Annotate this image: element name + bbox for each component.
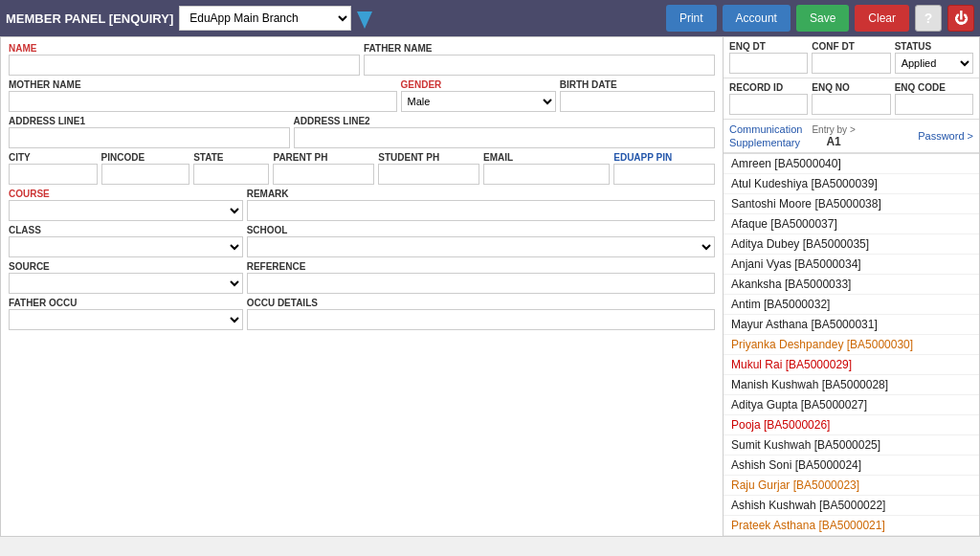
input-conf-dt[interactable] — [812, 53, 890, 74]
field-pincode: PINCODE — [101, 152, 190, 185]
list-item[interactable]: Atul Kudeshiya [BA5000039] — [724, 174, 979, 194]
field-enq-dt: ENQ DT — [729, 41, 808, 74]
list-item[interactable]: Mukul Rai [BA5000029] — [724, 355, 979, 375]
list-item[interactable]: Afaque [BA5000037] — [724, 214, 979, 234]
member-list: Amreen [BA5000040]Atul Kudeshiya [BA5000… — [724, 153, 979, 536]
field-state: STATE — [193, 152, 269, 185]
field-source: SOURCE — [9, 261, 243, 294]
list-item[interactable]: Aditya Dubey [BA5000035] — [724, 234, 979, 255]
label-class: CLASS — [9, 225, 243, 235]
print-button[interactable]: Print — [666, 5, 717, 32]
input-mother-name[interactable] — [9, 91, 397, 112]
list-item[interactable]: Sumit Kushwah [BA5000025] — [724, 435, 979, 456]
input-parent-ph[interactable] — [273, 164, 374, 185]
clear-button[interactable]: Clear — [855, 5, 909, 32]
list-item[interactable]: Ashish Soni [BA5000024] — [724, 456, 979, 476]
list-item[interactable]: Amreen [BA5000040] — [724, 154, 979, 174]
list-item[interactable]: Anjani Vyas [BA5000034] — [724, 255, 979, 275]
form-panel: NAME FATHER NAME MOTHER NAME GENDER Male… — [0, 36, 724, 537]
account-button[interactable]: Account — [723, 5, 791, 32]
label-address1: ADDRESS LINE1 — [9, 116, 290, 126]
select-source[interactable] — [9, 273, 243, 294]
input-enq-code[interactable] — [895, 94, 973, 115]
communication-link[interactable]: Communication — [729, 123, 802, 135]
power-button[interactable]: ⏻ — [947, 5, 974, 32]
entry-block: Entry by > A1 — [812, 124, 855, 148]
label-reference: REFERENCE — [247, 261, 715, 272]
label-enq-code: ENQ CODE — [895, 82, 973, 93]
page-title: MEMBER PANEL [ENQUIRY] — [6, 11, 173, 26]
field-enq-code: ENQ CODE — [895, 82, 973, 115]
label-birth-date: BIRTH DATE — [560, 79, 715, 90]
row-city-etc: CITY PINCODE STATE PARENT PH STUDENT PH … — [9, 152, 715, 185]
field-address2: ADDRESS LINE2 — [294, 116, 715, 148]
list-item[interactable]: Antim [BA5000032] — [724, 295, 979, 315]
right-links-row: Communication Supplementary Entry by > A… — [724, 120, 979, 153]
label-address2: ADDRESS LINE2 — [294, 116, 715, 126]
input-address1[interactable] — [9, 127, 290, 148]
top-bar: MEMBER PANEL [ENQUIRY] EduApp Main Branc… — [0, 0, 980, 36]
field-course: COURSE — [9, 189, 243, 221]
list-item[interactable]: Raju Gurjar [BA5000023] — [724, 476, 979, 496]
list-item[interactable]: Manish Kushwah [BA5000028] — [724, 375, 979, 395]
down-arrow-icon — [357, 11, 372, 29]
field-eduapp-pin: EduApp PIN — [613, 152, 715, 185]
help-button[interactable]: ? — [915, 5, 942, 32]
select-class[interactable] — [9, 236, 243, 257]
list-item[interactable]: Akanksha [BA5000033] — [724, 275, 979, 295]
label-eduapp-pin: EduApp PIN — [613, 152, 715, 163]
label-conf-dt: CONF DT — [812, 41, 890, 52]
input-student-ph[interactable] — [378, 164, 479, 185]
label-mother-name: MOTHER NAME — [9, 79, 397, 90]
field-record-id: RECORD ID — [729, 82, 808, 115]
field-occu-details: OCCU DETAILS — [247, 298, 715, 330]
list-item[interactable]: Ashish Kushwah [BA5000022] — [724, 496, 979, 516]
input-father-name[interactable] — [364, 55, 715, 76]
field-parent-ph: PARENT PH — [273, 152, 374, 185]
input-name[interactable] — [9, 55, 360, 76]
entry-by-label: Entry by > — [812, 124, 855, 135]
select-gender[interactable]: MaleFemaleOther — [401, 91, 556, 112]
supplementary-link[interactable]: Supplementary — [729, 137, 802, 148]
select-father-occu[interactable] — [9, 309, 243, 330]
input-state[interactable] — [193, 164, 269, 185]
list-item[interactable]: Aditya Gupta [BA5000027] — [724, 395, 979, 415]
select-course[interactable] — [9, 200, 243, 221]
list-item[interactable]: Santoshi Moore [BA5000038] — [724, 194, 979, 214]
label-enq-no: ENQ NO — [812, 82, 890, 93]
field-city: CITY — [9, 152, 98, 185]
label-occu-details: OCCU DETAILS — [247, 298, 715, 308]
select-school[interactable] — [247, 236, 715, 257]
input-occu-details[interactable] — [247, 309, 715, 330]
input-enq-dt[interactable] — [729, 53, 808, 74]
list-item[interactable]: Prateek Asthana [BA5000021] — [724, 516, 979, 536]
list-item[interactable]: Pooja [BA5000026] — [724, 415, 979, 435]
label-name: NAME — [9, 43, 360, 54]
select-status[interactable]: AppliedPendingConfirmed — [895, 53, 973, 74]
field-father-name: FATHER NAME — [364, 43, 715, 76]
input-email[interactable] — [483, 164, 610, 185]
field-father-occu: FATHER OCCU — [9, 298, 243, 330]
label-pincode: PINCODE — [101, 152, 190, 163]
input-reference[interactable] — [247, 273, 715, 294]
branch-select[interactable]: EduApp Main Branch — [179, 6, 351, 31]
field-conf-dt: CONF DT — [812, 41, 890, 74]
input-pincode[interactable] — [101, 164, 190, 185]
input-eduapp-pin[interactable] — [613, 164, 715, 185]
save-button[interactable]: Save — [796, 5, 849, 32]
label-father-name: FATHER NAME — [364, 43, 715, 54]
list-item[interactable]: Mayur Asthana [BA5000031] — [724, 315, 979, 335]
row-mother-gender-birth: MOTHER NAME GENDER MaleFemaleOther BIRTH… — [9, 79, 715, 112]
field-class: CLASS — [9, 225, 243, 257]
field-enq-no: ENQ NO — [812, 82, 890, 115]
input-remark[interactable] — [247, 200, 715, 221]
list-item[interactable]: Priyanka Deshpandey [BA5000030] — [724, 335, 979, 355]
password-link[interactable]: Password > — [918, 130, 973, 142]
label-remark: REMARK — [247, 189, 715, 199]
input-city[interactable] — [9, 164, 98, 185]
input-enq-no[interactable] — [812, 94, 890, 115]
input-address2[interactable] — [294, 127, 715, 148]
input-record-id[interactable] — [729, 94, 808, 115]
field-email: EMAIL — [483, 152, 610, 185]
input-birth-date[interactable] — [560, 91, 715, 112]
